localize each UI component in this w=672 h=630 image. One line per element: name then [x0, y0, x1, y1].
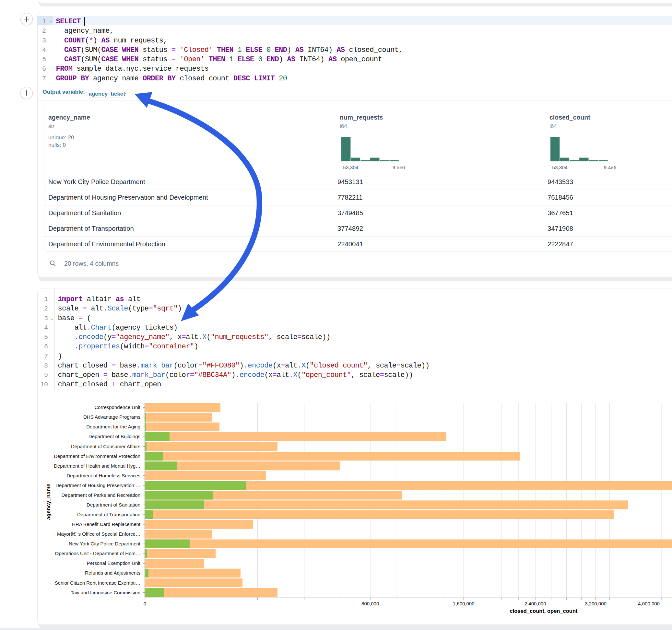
svg-text:Personal Exemption Unit: Personal Exemption Unit — [87, 560, 141, 566]
svg-text:Department of Consumer Affairs: Department of Consumer Affairs — [71, 444, 140, 449]
svg-text:800,000: 800,000 — [361, 601, 379, 606]
svg-text:3,200,000: 3,200,000 — [585, 601, 606, 606]
svg-text:Department of Environmental Pr: Department of Environmental Protection — [54, 453, 140, 459]
svg-text:DHS Advantage Programs: DHS Advantage Programs — [83, 414, 140, 420]
svg-text:Department of Buildings: Department of Buildings — [89, 434, 140, 439]
svg-text:1,600,000: 1,600,000 — [453, 601, 475, 606]
svg-text:Department of Parks and Recrea: Department of Parks and Recreation — [62, 492, 140, 498]
svg-text:closed_count, open_count: closed_count, open_count — [510, 608, 578, 614]
svg-text:Taxi and Limousine Commission: Taxi and Limousine Commission — [71, 590, 140, 595]
svg-text:Department of Health and Menta: Department of Health and Mental Hyg… — [54, 463, 140, 468]
svg-text:New York City Police Departmen: New York City Police Department — [69, 541, 141, 547]
svg-text:Senior Citizen Rent Increase E: Senior Citizen Rent Increase Exempti… — [55, 580, 140, 586]
svg-text:Department of Sanitation: Department of Sanitation — [87, 502, 140, 508]
svg-text:Department of Homeless Service: Department of Homeless Services — [67, 473, 140, 478]
svg-text:4,000,000: 4,000,000 — [638, 601, 660, 606]
svg-text:agency_name: agency_name — [45, 484, 51, 520]
svg-text:Mayorâ€ s Office of Special E: Mayorâ€ s Office of Special Enforce… — [57, 531, 140, 537]
svg-text:Refunds and Adjustments: Refunds and Adjustments — [85, 570, 140, 576]
svg-text:Correspondence Unit: Correspondence Unit — [94, 405, 141, 410]
svg-text:Department of Housing Preserva: Department of Housing Preservation … — [55, 483, 140, 488]
svg-text:HRA Benefit Card Replacement: HRA Benefit Card Replacement — [72, 522, 141, 527]
svg-text:2,400,000: 2,400,000 — [525, 601, 546, 606]
svg-text:Department for the Aging: Department for the Aging — [86, 424, 140, 429]
svg-text:Department of Transportation: Department of Transportation — [77, 512, 140, 517]
svg-text:0: 0 — [144, 601, 146, 606]
svg-text:Operations Unit - Department o: Operations Unit - Department of Hom… — [55, 551, 140, 556]
